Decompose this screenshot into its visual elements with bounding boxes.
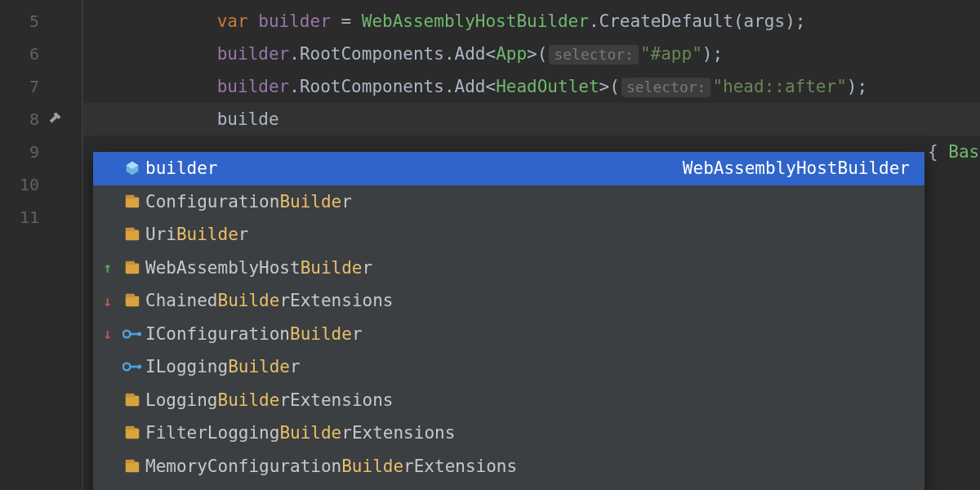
svg-rect-16 — [126, 429, 140, 439]
interface-icon — [119, 327, 145, 341]
class-icon — [119, 424, 145, 442]
completion-label: builder — [145, 158, 683, 178]
completion-item-overflow — [93, 483, 924, 490]
token: RootComponents — [300, 44, 444, 64]
completion-item[interactable]: builderWebAssemblyHostBuilder — [93, 152, 924, 185]
completion-label: LoggingBuilderExtensions — [145, 390, 910, 410]
token — [93, 77, 217, 96]
line-number: 7 — [0, 70, 39, 103]
token: "#app" — [640, 44, 702, 64]
class-icon — [119, 457, 145, 475]
svg-rect-1 — [126, 195, 135, 199]
svg-rect-17 — [126, 426, 135, 430]
token: Add — [455, 77, 486, 96]
class-icon — [119, 292, 145, 310]
code-line-8[interactable]: builde — [93, 103, 279, 136]
token: ); — [702, 44, 723, 64]
svg-rect-18 — [126, 461, 140, 472]
svg-rect-0 — [126, 197, 140, 207]
token — [93, 11, 217, 31]
svg-rect-5 — [126, 261, 135, 265]
svg-point-8 — [123, 330, 131, 337]
line-number: 6 — [0, 38, 39, 70]
svg-rect-15 — [126, 394, 135, 398]
completion-item[interactable]: ↑WebAssemblyHostBuilder — [93, 252, 924, 285]
svg-point-13 — [137, 365, 141, 369]
class-icon — [119, 259, 145, 277]
token: < — [486, 44, 497, 64]
token: builder — [258, 11, 331, 31]
completion-label: IConfigurationBuilder — [145, 324, 910, 344]
token: Add — [455, 44, 486, 64]
completion-label: ConfigurationBuilder — [145, 192, 910, 212]
completion-item[interactable]: LoggingBuilderExtensions — [93, 384, 924, 417]
svg-rect-3 — [126, 228, 135, 232]
completion-label: WebAssemblyHostBuilder — [145, 258, 910, 278]
code-line-5[interactable]: var builder = WebAssemblyHostBuilder.Cre… — [93, 5, 805, 38]
completion-popup[interactable]: builderWebAssemblyHostBuilderConfigurati… — [93, 152, 924, 490]
token: (args); — [733, 11, 806, 31]
svg-rect-19 — [126, 460, 135, 464]
token: HeadOutlet — [496, 77, 599, 96]
token: WebAssemblyHostBuilder — [362, 11, 589, 31]
token: builder — [217, 77, 290, 96]
token: . — [289, 77, 300, 96]
line-number: 8 — [0, 103, 39, 136]
token: builde — [217, 109, 279, 129]
completion-type: WebAssemblyHostBuilder — [683, 158, 924, 178]
completion-item[interactable]: MemoryConfigurationBuilderExtensions — [93, 450, 924, 483]
parameter-hint: selector: — [621, 78, 711, 97]
completion-label: UriBuilder — [145, 225, 910, 244]
completion-label: ILoggingBuilder — [145, 357, 910, 376]
completion-label: ChainedBuilderExtensions — [145, 291, 910, 310]
token: . — [589, 11, 599, 31]
line-number: 11 — [0, 201, 39, 234]
completion-item[interactable]: FilterLoggingBuilderExtensions — [93, 416, 924, 450]
line-number: 10 — [0, 168, 39, 201]
svg-rect-2 — [126, 230, 140, 241]
code-line-9-overflow: { Bas — [928, 136, 979, 168]
gutter: 567891011 — [0, 0, 82, 490]
class-icon — [119, 391, 145, 409]
completion-item[interactable]: ↓ChainedBuilderExtensions — [93, 284, 924, 318]
rank-down-icon: ↓ — [104, 292, 113, 310]
svg-rect-4 — [126, 263, 140, 274]
svg-rect-6 — [126, 296, 140, 307]
rank-up-icon: ↑ — [104, 259, 113, 276]
interface-icon — [119, 359, 145, 374]
code-line-7[interactable]: builder.RootComponents.Add<HeadOutlet>(s… — [93, 70, 867, 103]
token: >( — [599, 77, 620, 96]
token — [93, 44, 217, 64]
class-icon — [119, 193, 145, 211]
completion-item[interactable]: ↓IConfigurationBuilder — [93, 318, 924, 351]
completion-label: FilterLoggingBuilderExtensions — [145, 423, 910, 443]
var-icon — [119, 159, 145, 177]
gutter-border — [82, 0, 83, 490]
token: var — [217, 11, 259, 31]
completion-item[interactable]: ILoggingBuilder — [93, 350, 924, 384]
token: . — [289, 44, 300, 64]
svg-rect-7 — [126, 294, 135, 298]
token: . — [444, 77, 455, 96]
parameter-hint: selector: — [549, 45, 639, 65]
hammer-icon[interactable] — [44, 103, 67, 136]
token: CreateDefault — [599, 11, 733, 31]
token — [93, 109, 217, 129]
svg-point-11 — [123, 363, 131, 371]
class-icon — [119, 225, 145, 243]
token: "head::after" — [712, 77, 846, 96]
code-line-6[interactable]: builder.RootComponents.Add<App>(selector… — [93, 38, 723, 70]
svg-point-10 — [137, 332, 141, 336]
line-number: 5 — [0, 5, 39, 38]
completion-label: MemoryConfigurationBuilderExtensions — [145, 457, 910, 476]
token: < — [486, 77, 497, 96]
rank-down-icon: ↓ — [104, 325, 113, 342]
completion-item[interactable]: ConfigurationBuilder — [93, 185, 924, 219]
svg-rect-14 — [126, 395, 140, 406]
token: = — [331, 11, 362, 31]
token: >( — [527, 44, 547, 64]
token: App — [496, 44, 527, 64]
line-number: 9 — [0, 136, 39, 168]
token: . — [444, 44, 455, 64]
completion-item[interactable]: UriBuilder — [93, 218, 924, 252]
